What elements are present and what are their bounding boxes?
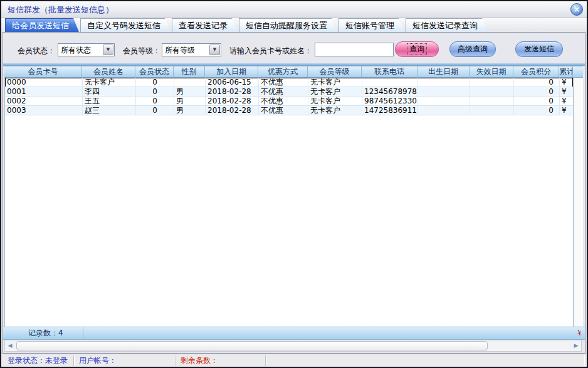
column-header-0[interactable]: 会员卡号 <box>4 66 82 77</box>
record-count: 记录数：4 <box>3 327 83 339</box>
clipped-total-value: ¥ <box>577 327 580 339</box>
member-status-label: 会员状态： <box>18 46 55 56</box>
summary-row: 记录数：4 ¥ <box>3 327 585 340</box>
column-header-3[interactable]: 性别 <box>174 66 205 77</box>
table-cell: 男 <box>174 97 206 106</box>
table-cell: 男 <box>174 87 206 97</box>
member-level-select[interactable]: 所有等级 ▼ <box>162 43 221 56</box>
table-cell <box>362 78 418 87</box>
table-cell <box>418 87 470 97</box>
table-cell: 0 <box>514 106 560 115</box>
table-cell: 0001 <box>5 87 83 97</box>
table-cell: 李四 <box>83 87 136 97</box>
table-cell: ¥ <box>560 106 573 115</box>
query-button[interactable]: 查询 <box>395 41 439 57</box>
table-row[interactable]: 0002王五0男2018-02-28不优惠无卡客户987456123300¥ <box>5 97 573 106</box>
column-header-5[interactable]: 优惠方式 <box>258 66 308 77</box>
table-cell: 0003 <box>5 106 83 115</box>
table-cell: 0 <box>136 78 174 87</box>
table-body: 0000无卡客户02006-06-15不优惠无卡客户0¥0001李四0男2018… <box>4 78 573 327</box>
search-input[interactable] <box>315 43 394 56</box>
login-status: 登录状态：未登录 <box>4 355 74 366</box>
table-row[interactable]: 0001李四0男2018-02-28不优惠无卡客户12345678978；410… <box>5 87 573 97</box>
status-extra <box>267 355 584 366</box>
tab-1[interactable]: 自定义号码发送短信 <box>80 18 171 32</box>
table-cell <box>470 78 514 87</box>
member-level-value: 所有等级 <box>165 45 195 56</box>
table-cell: 无卡客户 <box>308 106 362 115</box>
search-label: 请输入会员卡号或姓名： <box>229 46 312 56</box>
table-cell: ¥ <box>560 78 573 87</box>
table-cell <box>418 106 470 115</box>
column-header-10[interactable]: 会员积分 <box>513 66 559 77</box>
table-header: 会员卡号会员姓名会员状态性别加入日期优惠方式会员等级联系电话出生日期失效日期会员… <box>4 66 583 78</box>
table-cell: 0000 <box>5 78 83 87</box>
scroll-left-icon[interactable]: ◀ <box>5 340 15 351</box>
table-cell: 赵三 <box>83 106 136 115</box>
status-bar: 登录状态：未登录 用户帐号： 剩余条数： <box>1 354 587 367</box>
table-cell: 无卡客户 <box>308 97 362 106</box>
table-cell: 0 <box>136 97 174 106</box>
scroll-right-icon[interactable]: ▶ <box>571 340 581 351</box>
table-cell: 不优惠 <box>259 106 308 115</box>
table-cell <box>470 87 514 97</box>
tab-3[interactable]: 短信自动提醒服务设置 <box>239 18 337 32</box>
table-cell <box>418 78 470 87</box>
close-icon[interactable]: × <box>570 3 583 16</box>
table-row[interactable]: 0000无卡客户02006-06-15不优惠无卡客户0¥ <box>5 78 573 87</box>
table-cell: 0 <box>136 106 174 115</box>
column-header-7[interactable]: 联系电话 <box>362 66 417 77</box>
table-cell: 2006-06-15 <box>206 78 259 87</box>
table-cell <box>470 97 514 106</box>
tab-bar: 给会员发送短信自定义号码发送短信查看发送记录短信自动提醒服务设置短信账号管理短信… <box>1 18 587 32</box>
table-cell: 男 <box>174 106 206 115</box>
table-cell: 王五 <box>83 97 136 106</box>
record-count-label: 记录数： <box>28 329 58 337</box>
table-cell: ¥ <box>560 87 573 97</box>
column-header-2[interactable]: 会员状态 <box>135 66 174 77</box>
table-cell: 不优惠 <box>259 78 308 87</box>
table-cell: 0 <box>136 87 174 97</box>
tab-2[interactable]: 查看发送记录 <box>172 18 238 32</box>
column-header-9[interactable]: 失效日期 <box>470 66 513 77</box>
table-cell: 2018-02-28 <box>206 106 259 115</box>
chevron-down-icon[interactable]: ▼ <box>103 45 113 55</box>
column-header-8[interactable]: 出生日期 <box>417 66 470 77</box>
table-cell: 98745612330 <box>362 97 418 106</box>
window-title: 短信群发（批量发送短信息） <box>8 4 113 16</box>
advanced-query-button[interactable]: 高级查询 <box>449 41 496 57</box>
horizontal-scrollbar[interactable]: ◀ ▶ <box>4 340 582 352</box>
table-cell: 0002 <box>5 97 83 106</box>
scrollbar-thumb[interactable] <box>16 341 488 350</box>
table-cell <box>470 106 514 115</box>
query-button-label: 查询 <box>407 43 427 55</box>
tab-5[interactable]: 短信发送记录查询 <box>406 18 488 32</box>
table-cell: 0 <box>514 97 560 106</box>
send-sms-button[interactable]: 发送短信 <box>515 41 563 57</box>
table-cell: 0 <box>514 87 560 97</box>
chevron-down-icon[interactable]: ▼ <box>209 45 220 55</box>
table-row[interactable]: 0003赵三0男2018-02-28不优惠无卡客户147258369110¥ <box>5 106 573 115</box>
record-count-value: 4 <box>58 329 63 337</box>
column-header-11[interactable]: 累计消费 <box>559 66 573 77</box>
member-level-label: 会员等级： <box>123 46 160 56</box>
table-cell: 14725836911 <box>362 106 418 115</box>
app-window: 短信群发（批量发送短信息） × 给会员发送短信自定义号码发送短信查看发送记录短信… <box>0 0 588 368</box>
frame-gap <box>3 352 585 353</box>
table-cell: 无卡客户 <box>83 78 136 87</box>
tab-0[interactable]: 给会员发送短信 <box>5 18 79 32</box>
column-header-4[interactable]: 加入日期 <box>205 66 258 77</box>
advanced-query-label: 高级查询 <box>458 44 488 55</box>
table-cell: 无卡客户 <box>308 87 362 97</box>
column-header-6[interactable]: 会员等级 <box>308 66 362 77</box>
vertical-scrollbar[interactable] <box>573 78 583 327</box>
tab-content-panel: 会员状态： 所有状态 ▼ 会员等级： 所有等级 ▼ 请输入会员卡号或姓名： 查询… <box>3 32 585 354</box>
column-header-1[interactable]: 会员姓名 <box>82 66 135 77</box>
member-status-select[interactable]: 所有状态 ▼ <box>58 43 115 56</box>
table-cell: 0 <box>514 78 560 87</box>
table-cell: 无卡客户 <box>308 78 362 87</box>
table-cell <box>418 97 470 106</box>
remaining-count: 剩余条数： <box>177 355 266 366</box>
table-cell: 不优惠 <box>259 97 308 106</box>
tab-4[interactable]: 短信账号管理 <box>339 18 404 32</box>
